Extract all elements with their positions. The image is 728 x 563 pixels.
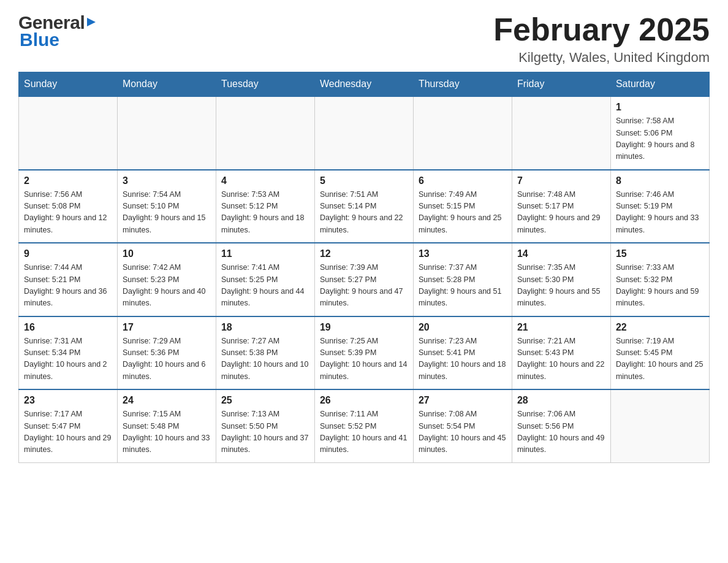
calendar-cell: 3Sunrise: 7:54 AM Sunset: 5:10 PM Daylig… — [117, 170, 216, 243]
day-number: 15 — [616, 248, 704, 259]
calendar-cell: 24Sunrise: 7:15 AM Sunset: 5:48 PM Dayli… — [117, 389, 216, 462]
day-number: 21 — [517, 322, 605, 333]
calendar-header-tuesday: Tuesday — [216, 72, 314, 97]
day-info: Sunrise: 7:46 AM Sunset: 5:19 PM Dayligh… — [616, 189, 704, 237]
calendar-cell: 26Sunrise: 7:11 AM Sunset: 5:52 PM Dayli… — [314, 389, 413, 462]
location: Kilgetty, Wales, United Kingdom — [493, 50, 710, 66]
calendar-week-2: 2Sunrise: 7:56 AM Sunset: 5:08 PM Daylig… — [19, 170, 710, 243]
calendar-cell — [216, 96, 314, 170]
day-number: 9 — [24, 248, 112, 259]
calendar-cell: 25Sunrise: 7:13 AM Sunset: 5:50 PM Dayli… — [216, 389, 314, 462]
day-number: 4 — [221, 175, 309, 186]
calendar-cell: 8Sunrise: 7:46 AM Sunset: 5:19 PM Daylig… — [610, 170, 709, 243]
calendar-cell: 23Sunrise: 7:17 AM Sunset: 5:47 PM Dayli… — [19, 389, 118, 462]
calendar-header-sunday: Sunday — [19, 72, 118, 97]
day-number: 25 — [221, 395, 309, 406]
day-number: 28 — [517, 395, 605, 406]
day-number: 8 — [616, 175, 704, 186]
logo-triangle-icon — [86, 17, 97, 28]
day-info: Sunrise: 7:19 AM Sunset: 5:45 PM Dayligh… — [616, 335, 704, 383]
calendar-cell: 2Sunrise: 7:56 AM Sunset: 5:08 PM Daylig… — [19, 170, 118, 243]
day-number: 1 — [616, 102, 704, 113]
day-info: Sunrise: 7:48 AM Sunset: 5:17 PM Dayligh… — [517, 189, 605, 237]
day-info: Sunrise: 7:21 AM Sunset: 5:43 PM Dayligh… — [517, 335, 605, 383]
calendar-header-row: SundayMondayTuesdayWednesdayThursdayFrid… — [19, 72, 710, 97]
day-info: Sunrise: 7:33 AM Sunset: 5:32 PM Dayligh… — [616, 262, 704, 310]
day-number: 13 — [419, 248, 507, 259]
day-info: Sunrise: 7:54 AM Sunset: 5:10 PM Dayligh… — [123, 189, 211, 237]
day-info: Sunrise: 7:37 AM Sunset: 5:28 PM Dayligh… — [419, 262, 507, 310]
calendar-cell — [19, 96, 118, 170]
day-info: Sunrise: 7:15 AM Sunset: 5:48 PM Dayligh… — [123, 408, 211, 456]
calendar-cell: 9Sunrise: 7:44 AM Sunset: 5:21 PM Daylig… — [19, 243, 118, 316]
day-info: Sunrise: 7:44 AM Sunset: 5:21 PM Dayligh… — [24, 262, 112, 310]
calendar-cell — [413, 96, 512, 170]
calendar-week-5: 23Sunrise: 7:17 AM Sunset: 5:47 PM Dayli… — [19, 389, 710, 462]
calendar-week-3: 9Sunrise: 7:44 AM Sunset: 5:21 PM Daylig… — [19, 243, 710, 316]
day-info: Sunrise: 7:53 AM Sunset: 5:12 PM Dayligh… — [221, 189, 309, 237]
day-info: Sunrise: 7:35 AM Sunset: 5:30 PM Dayligh… — [517, 262, 605, 310]
calendar-cell: 13Sunrise: 7:37 AM Sunset: 5:28 PM Dayli… — [413, 243, 512, 316]
day-number: 12 — [320, 248, 408, 259]
day-number: 24 — [123, 395, 211, 406]
calendar-cell: 15Sunrise: 7:33 AM Sunset: 5:32 PM Dayli… — [610, 243, 709, 316]
day-info: Sunrise: 7:25 AM Sunset: 5:39 PM Dayligh… — [320, 335, 408, 383]
calendar-cell: 14Sunrise: 7:35 AM Sunset: 5:30 PM Dayli… — [512, 243, 610, 316]
calendar-cell: 20Sunrise: 7:23 AM Sunset: 5:41 PM Dayli… — [413, 316, 512, 390]
day-number: 19 — [320, 322, 408, 333]
calendar-cell: 18Sunrise: 7:27 AM Sunset: 5:38 PM Dayli… — [216, 316, 314, 390]
calendar-header-thursday: Thursday — [413, 72, 512, 97]
month-title: February 2025 — [493, 12, 710, 47]
day-info: Sunrise: 7:27 AM Sunset: 5:38 PM Dayligh… — [221, 335, 309, 383]
day-number: 22 — [616, 322, 704, 333]
page-header: General Blue February 2025 Kilgetty, Wal… — [18, 12, 710, 66]
day-number: 17 — [123, 322, 211, 333]
day-info: Sunrise: 7:51 AM Sunset: 5:14 PM Dayligh… — [320, 189, 408, 237]
calendar-header-wednesday: Wednesday — [314, 72, 413, 97]
calendar-cell — [610, 389, 709, 462]
svg-marker-0 — [87, 18, 96, 26]
day-info: Sunrise: 7:58 AM Sunset: 5:06 PM Dayligh… — [616, 115, 704, 163]
day-info: Sunrise: 7:17 AM Sunset: 5:47 PM Dayligh… — [24, 408, 112, 456]
calendar-cell — [117, 96, 216, 170]
calendar-cell: 19Sunrise: 7:25 AM Sunset: 5:39 PM Dayli… — [314, 316, 413, 390]
calendar-cell: 22Sunrise: 7:19 AM Sunset: 5:45 PM Dayli… — [610, 316, 709, 390]
calendar-header-monday: Monday — [117, 72, 216, 97]
logo-blue: Blue — [20, 29, 59, 50]
calendar-cell: 12Sunrise: 7:39 AM Sunset: 5:27 PM Dayli… — [314, 243, 413, 316]
day-number: 16 — [24, 322, 112, 333]
day-info: Sunrise: 7:29 AM Sunset: 5:36 PM Dayligh… — [123, 335, 211, 383]
day-number: 20 — [419, 322, 507, 333]
day-info: Sunrise: 7:41 AM Sunset: 5:25 PM Dayligh… — [221, 262, 309, 310]
calendar-header-saturday: Saturday — [610, 72, 709, 97]
day-info: Sunrise: 7:13 AM Sunset: 5:50 PM Dayligh… — [221, 408, 309, 456]
calendar-cell: 5Sunrise: 7:51 AM Sunset: 5:14 PM Daylig… — [314, 170, 413, 243]
day-number: 3 — [123, 175, 211, 186]
day-number: 26 — [320, 395, 408, 406]
day-info: Sunrise: 7:23 AM Sunset: 5:41 PM Dayligh… — [419, 335, 507, 383]
logo: General Blue — [18, 12, 97, 50]
day-info: Sunrise: 7:42 AM Sunset: 5:23 PM Dayligh… — [123, 262, 211, 310]
day-number: 6 — [419, 175, 507, 186]
day-number: 2 — [24, 175, 112, 186]
day-info: Sunrise: 7:31 AM Sunset: 5:34 PM Dayligh… — [24, 335, 112, 383]
calendar-cell: 10Sunrise: 7:42 AM Sunset: 5:23 PM Dayli… — [117, 243, 216, 316]
title-block: February 2025 Kilgetty, Wales, United Ki… — [493, 12, 710, 66]
day-number: 11 — [221, 248, 309, 259]
calendar-cell: 11Sunrise: 7:41 AM Sunset: 5:25 PM Dayli… — [216, 243, 314, 316]
calendar: SundayMondayTuesdayWednesdayThursdayFrid… — [18, 72, 710, 463]
calendar-cell: 27Sunrise: 7:08 AM Sunset: 5:54 PM Dayli… — [413, 389, 512, 462]
day-number: 10 — [123, 248, 211, 259]
calendar-cell: 28Sunrise: 7:06 AM Sunset: 5:56 PM Dayli… — [512, 389, 610, 462]
calendar-cell: 17Sunrise: 7:29 AM Sunset: 5:36 PM Dayli… — [117, 316, 216, 390]
day-number: 23 — [24, 395, 112, 406]
calendar-cell — [314, 96, 413, 170]
day-number: 27 — [419, 395, 507, 406]
day-number: 5 — [320, 175, 408, 186]
day-info: Sunrise: 7:39 AM Sunset: 5:27 PM Dayligh… — [320, 262, 408, 310]
calendar-cell: 4Sunrise: 7:53 AM Sunset: 5:12 PM Daylig… — [216, 170, 314, 243]
calendar-cell: 6Sunrise: 7:49 AM Sunset: 5:15 PM Daylig… — [413, 170, 512, 243]
day-number: 7 — [517, 175, 605, 186]
calendar-cell: 1Sunrise: 7:58 AM Sunset: 5:06 PM Daylig… — [610, 96, 709, 170]
day-info: Sunrise: 7:56 AM Sunset: 5:08 PM Dayligh… — [24, 189, 112, 237]
